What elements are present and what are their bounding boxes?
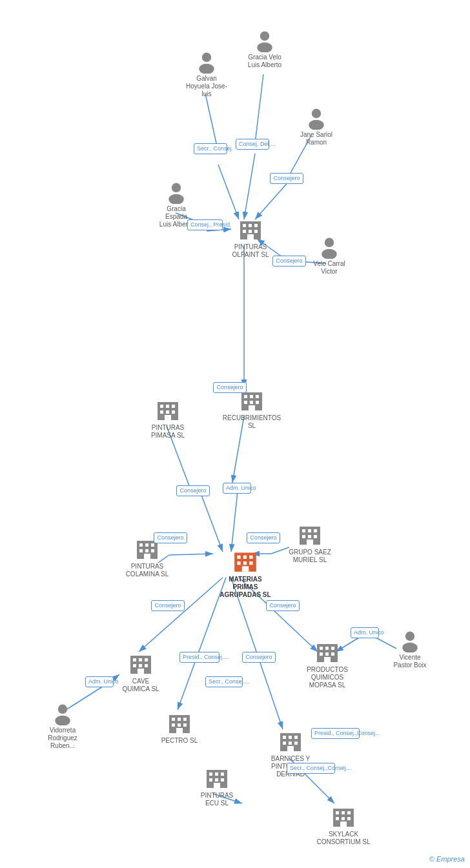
company-name: PRODUCTOS QUIMICOS MOPASA SL — [298, 666, 356, 689]
svg-rect-98 — [145, 664, 148, 667]
role-badge-presid-consej[interactable]: Presid., Consej.... — [179, 652, 220, 663]
svg-rect-66 — [172, 410, 175, 414]
role-badge-consej-presid[interactable]: Consej., Presid. — [187, 219, 223, 230]
svg-rect-133 — [336, 811, 339, 814]
role-badge-adm-unico-2[interactable]: Adm. Unico — [85, 676, 114, 687]
svg-rect-139 — [340, 822, 347, 827]
svg-rect-63 — [172, 405, 175, 408]
svg-rect-131 — [214, 783, 220, 788]
company-name: MATERIASPRIMASAGRUPADAS SL — [220, 576, 271, 599]
svg-rect-88 — [302, 535, 305, 538]
building-icon — [314, 639, 340, 665]
role-badge-consejero-9[interactable]: Consejero — [242, 652, 276, 663]
person-icon — [318, 236, 341, 259]
person-velo-carral: Velo CarralVictor — [307, 236, 352, 276]
building-icon — [238, 216, 263, 242]
role-badge-consejero-4[interactable]: Consejero — [176, 485, 210, 496]
company-productos-quimicos[interactable]: PRODUCTOS QUIMICOS MOPASA SL — [298, 639, 356, 689]
svg-line-7 — [255, 179, 291, 219]
role-badge-secr-consej-barnices[interactable]: Secr., Consej.,Consej.... — [287, 763, 335, 774]
company-name: PINTURASPIMASA SL — [151, 424, 185, 439]
svg-rect-93 — [133, 658, 136, 661]
svg-rect-56 — [244, 401, 247, 404]
svg-rect-74 — [249, 561, 252, 565]
svg-line-5 — [218, 165, 239, 219]
role-badge-consejero-6[interactable]: Consejero — [247, 532, 280, 543]
svg-rect-122 — [294, 742, 298, 745]
svg-point-35 — [309, 120, 323, 130]
role-badge-consejero-3[interactable]: Consejero — [213, 382, 247, 393]
svg-rect-71 — [249, 556, 252, 559]
person-name: VidorretaRodriguezRuben... — [48, 727, 77, 750]
svg-rect-62 — [166, 405, 169, 408]
company-skylack[interactable]: SKYLACKCONSORTIUM SL — [314, 803, 373, 846]
person-name: Galvan Hoyuela Jose- luis — [184, 75, 229, 98]
role-badge-consejero-7[interactable]: Consejero — [151, 600, 185, 611]
company-pinturas-olpaint[interactable]: PINTURASOLPAINT SL — [225, 216, 276, 259]
role-badge-consejero-8[interactable]: Consejero — [266, 600, 300, 611]
company-recubrimientos[interactable]: RECUBRIMIENTOS SL — [226, 387, 278, 430]
svg-rect-136 — [336, 817, 339, 820]
role-badge-secr-consej-2[interactable]: Secr., Consej.... — [205, 676, 243, 687]
company-name: SKYLACKCONSORTIUM SL — [316, 831, 370, 846]
company-cave-quimica[interactable]: CAVEQUIMICA SL — [115, 651, 167, 693]
svg-rect-90 — [314, 535, 317, 538]
company-name: PINTURASCOLAMINA SL — [126, 563, 169, 578]
diagram-container: Galvan Hoyuela Jose- luis Gracia VeloLui… — [0, 0, 470, 868]
company-name: RECUBRIMIENTOS SL — [223, 414, 281, 430]
role-badge-consej-del[interactable]: Consej. Del.... — [236, 139, 269, 150]
svg-line-19 — [139, 578, 223, 652]
svg-rect-99 — [138, 669, 144, 674]
building-icon — [128, 651, 154, 676]
svg-rect-104 — [172, 723, 175, 727]
svg-line-12 — [200, 492, 223, 552]
svg-rect-115 — [324, 657, 331, 662]
svg-rect-70 — [243, 556, 247, 559]
company-grupo-saez[interactable]: GRUPO SAEZMURIEL SL — [281, 521, 339, 564]
person-icon — [305, 106, 328, 130]
svg-rect-77 — [139, 543, 143, 547]
svg-rect-114 — [331, 652, 334, 656]
company-materias-primas[interactable]: MATERIASPRIMASAGRUPADAS SL — [213, 547, 278, 599]
svg-rect-57 — [250, 401, 253, 404]
svg-rect-120 — [283, 742, 286, 745]
person-icon — [51, 702, 74, 725]
role-badge-adm-unico-1[interactable]: Adm. Unico — [223, 483, 251, 494]
svg-rect-121 — [289, 742, 292, 745]
company-pinturas-pimasa[interactable]: PINTURASPIMASA SL — [142, 397, 194, 439]
svg-rect-111 — [331, 647, 334, 650]
building-icon — [331, 803, 356, 829]
svg-point-34 — [312, 109, 321, 118]
svg-point-40 — [405, 632, 414, 641]
company-name: PINTURASECU SL — [201, 792, 234, 807]
role-badge-consejero-5[interactable]: Consejero — [154, 532, 187, 543]
building-icon — [204, 765, 230, 791]
svg-rect-72 — [237, 561, 240, 565]
svg-rect-75 — [242, 566, 249, 571]
person-name: Jane SariolRamon — [300, 131, 332, 146]
svg-point-31 — [199, 64, 214, 74]
svg-rect-83 — [144, 554, 150, 559]
person-vicente-pastor: VicentePastor Boix — [387, 629, 433, 669]
svg-rect-126 — [215, 772, 218, 776]
svg-rect-110 — [325, 647, 329, 650]
svg-rect-129 — [215, 778, 218, 782]
svg-rect-103 — [183, 718, 187, 721]
person-galvan: Galvan Hoyuela Jose- luis — [184, 50, 229, 98]
role-badge-presid-consej-barnices[interactable]: Presid., Consej.,Consej... — [311, 728, 360, 739]
building-icon — [278, 728, 303, 754]
svg-rect-97 — [139, 664, 142, 667]
svg-rect-127 — [221, 772, 224, 776]
company-name: CAVEQUIMICA SL — [122, 678, 159, 693]
company-pinturas-ecu[interactable]: PINTURASECU SL — [191, 765, 243, 807]
svg-rect-101 — [172, 718, 175, 721]
svg-rect-48 — [243, 230, 246, 233]
svg-point-39 — [322, 249, 336, 259]
role-badge-adm-unico-3[interactable]: Adm. Unico — [351, 627, 379, 638]
svg-rect-47 — [254, 224, 258, 227]
role-badge-consejero-1[interactable]: Consejero — [270, 173, 303, 184]
company-pectro[interactable]: PECTRO SL — [154, 710, 205, 745]
svg-point-38 — [325, 238, 334, 247]
role-badge-secr-consej-1[interactable]: Secr., Consej. — [194, 143, 227, 154]
role-badge-consejero-2[interactable]: Consejero — [272, 256, 306, 267]
